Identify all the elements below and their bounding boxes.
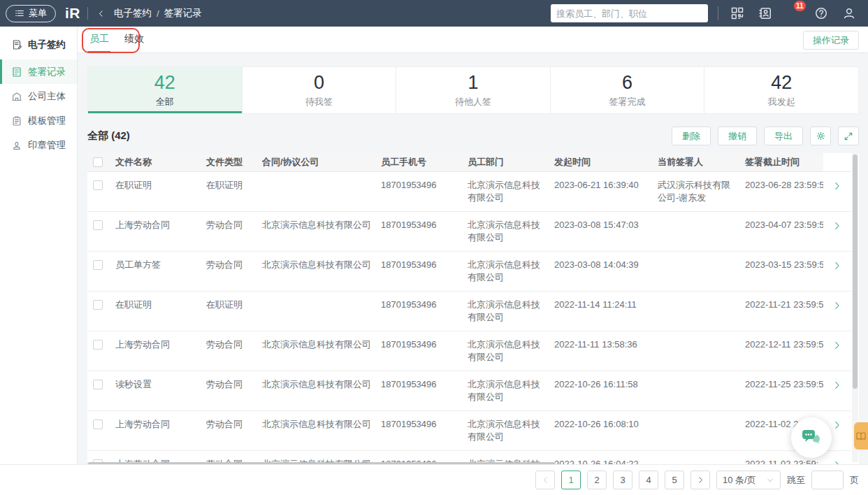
- page-unit-label: 页: [850, 474, 859, 487]
- help-icon[interactable]: [813, 6, 829, 21]
- cell-phone: 18701953496: [381, 371, 468, 410]
- vertical-scrollbar[interactable]: [852, 153, 858, 462]
- breadcrumb-separator: /: [157, 8, 159, 19]
- stat-card-3[interactable]: 6签署完成: [551, 67, 705, 113]
- cell-phone: 18701953496: [381, 292, 468, 331]
- row-checkbox[interactable]: [93, 220, 103, 230]
- stat-card-0[interactable]: 42全部: [88, 67, 243, 113]
- template-icon: [11, 115, 22, 127]
- fullscreen-button[interactable]: [838, 127, 859, 145]
- stat-card-4[interactable]: 42我发起: [704, 67, 858, 113]
- cell-contract-company: 北京演示信息科技有限公司: [262, 252, 381, 291]
- page-size-select[interactable]: 10 条/页: [716, 471, 781, 489]
- sidebar-item-seals[interactable]: 印章管理: [0, 133, 77, 157]
- qr-code-icon[interactable]: [730, 6, 745, 21]
- page-button-2[interactable]: 2: [587, 471, 607, 489]
- row-chevron-icon[interactable]: [832, 261, 842, 291]
- guide-side-tab[interactable]: [854, 422, 868, 450]
- revoke-button[interactable]: 撤销: [718, 127, 757, 145]
- cell-file-type: 在职证明: [206, 292, 262, 331]
- back-button[interactable]: [96, 9, 106, 18]
- next-page-button[interactable]: [690, 471, 710, 489]
- cell-contract-company: [262, 292, 381, 331]
- contacts-icon[interactable]: [758, 6, 773, 21]
- row-chevron-icon[interactable]: [832, 340, 842, 371]
- pagination: 12345 10 条/页 跳至 页: [535, 471, 859, 489]
- column-header: 当前签署人: [658, 156, 745, 168]
- page-button-1[interactable]: 1: [561, 471, 581, 489]
- cell-file-type: 劳动合同: [206, 331, 262, 371]
- delete-button[interactable]: 删除: [672, 127, 711, 145]
- cell-start-time: 2022-10-26 16:08:10: [554, 411, 658, 450]
- row-checkbox[interactable]: [93, 300, 103, 310]
- cell-file-type: 劳动合同: [206, 371, 262, 410]
- notification-badge: 11: [794, 1, 806, 11]
- sidebar-item-company[interactable]: 公司主体: [0, 84, 77, 108]
- export-button[interactable]: 导出: [764, 127, 803, 145]
- bell-icon[interactable]: 11: [786, 6, 801, 21]
- table-row[interactable]: 上海劳动合同劳动合同北京演示信息科技有限公司18701953496北京演示信息科…: [87, 331, 851, 371]
- table-row[interactable]: 员工单方签劳动合同北京演示信息科技有限公司18701953496北京演示信息科技…: [87, 252, 851, 292]
- chevron-left-icon: [96, 9, 106, 18]
- cell-department: 北京演示信息科技有限公司: [468, 292, 554, 331]
- breadcrumb-parent[interactable]: 电子签约: [114, 7, 152, 20]
- page-button-4[interactable]: 4: [639, 471, 658, 489]
- sidebar: 电子签约签署记录公司主体模板管理印章管理: [0, 27, 78, 464]
- row-chevron-icon[interactable]: [832, 380, 842, 410]
- chat-fab-button[interactable]: [791, 417, 832, 458]
- sidebar-item-records[interactable]: 签署记录: [0, 59, 77, 84]
- sidebar-item-esign[interactable]: 电子签约: [0, 32, 77, 57]
- stat-card-1[interactable]: 0待我签: [243, 67, 397, 113]
- row-checkbox[interactable]: [93, 340, 103, 350]
- stat-value: 0: [314, 73, 324, 92]
- row-checkbox[interactable]: [93, 180, 103, 190]
- prev-page-button[interactable]: [535, 471, 555, 489]
- column-header: 员工部门: [468, 156, 554, 168]
- page-button-3[interactable]: 3: [613, 471, 632, 489]
- cell-phone: 18701953496: [381, 411, 468, 450]
- list-title: 全部 (42): [87, 129, 130, 143]
- stat-card-2[interactable]: 1待他人签: [396, 67, 551, 113]
- stat-value: 1: [468, 73, 478, 92]
- table-row[interactable]: 在职证明在职证明18701953496北京演示信息科技有限公司2023-06-2…: [87, 172, 851, 212]
- search-input[interactable]: [556, 8, 692, 19]
- row-detail-cell: [823, 331, 851, 371]
- row-checkbox[interactable]: [93, 380, 103, 389]
- menu-icon: [15, 8, 24, 18]
- user-icon[interactable]: [841, 6, 857, 21]
- row-detail-cell: [823, 371, 851, 410]
- settings-button[interactable]: [810, 127, 831, 145]
- row-checkbox[interactable]: [93, 419, 103, 429]
- row-chevron-icon[interactable]: [832, 301, 842, 331]
- column-header: 合同/协议公司: [262, 156, 381, 168]
- sidebar-item-label: 印章管理: [28, 139, 66, 152]
- column-header: 签署截止时间: [745, 156, 823, 168]
- operation-log-button[interactable]: 操作记录: [803, 31, 859, 50]
- page-button-5[interactable]: 5: [665, 471, 684, 489]
- row-checkbox[interactable]: [93, 260, 103, 270]
- jump-page-input[interactable]: [811, 471, 844, 489]
- cell-department: 北京演示信息科技有限公司: [468, 212, 554, 251]
- table-row[interactable]: 在职证明在职证明18701953496北京演示信息科技有限公司2022-11-1…: [87, 292, 851, 331]
- table-row[interactable]: 上海劳动合同劳动合同北京演示信息科技有限公司18701953496北京演示信息科…: [87, 212, 851, 252]
- topbar-divider: [718, 6, 718, 20]
- e-sign-icon: [11, 39, 22, 50]
- table-row[interactable]: 上海劳动合同劳动合同北京演示信息科技有限公司18701953496北京演示信息科…: [87, 411, 851, 451]
- row-chevron-icon[interactable]: [832, 221, 842, 251]
- cell-contract-company: [262, 172, 381, 211]
- search-icon[interactable]: [692, 8, 702, 19]
- content: 42全部0待我签1待他人签6签署完成42我发起 全部 (42) 删除 撤销 导出…: [78, 53, 868, 468]
- tab-employee[interactable]: 员工: [88, 33, 110, 52]
- vertical-scrollbar-thumb[interactable]: [853, 155, 858, 389]
- cell-deadline: 2023-03-15 23:59:5: [745, 252, 823, 291]
- tab-performance[interactable]: 绩效: [123, 33, 145, 52]
- table-row[interactable]: 读秒设置劳动合同北京演示信息科技有限公司18701953496北京演示信息科技有…: [87, 371, 851, 411]
- menu-button[interactable]: 菜单: [6, 5, 56, 22]
- cell-file-type: 劳动合同: [206, 411, 262, 450]
- sidebar-item-templates[interactable]: 模板管理: [0, 108, 77, 133]
- select-all-checkbox[interactable]: [93, 157, 103, 167]
- row-chevron-icon[interactable]: [832, 181, 842, 211]
- cell-department: 北京演示信息科技有限公司: [468, 331, 554, 371]
- cell-start-time: 2023-06-21 16:39:40: [554, 172, 658, 211]
- row-chevron-icon[interactable]: [832, 420, 842, 450]
